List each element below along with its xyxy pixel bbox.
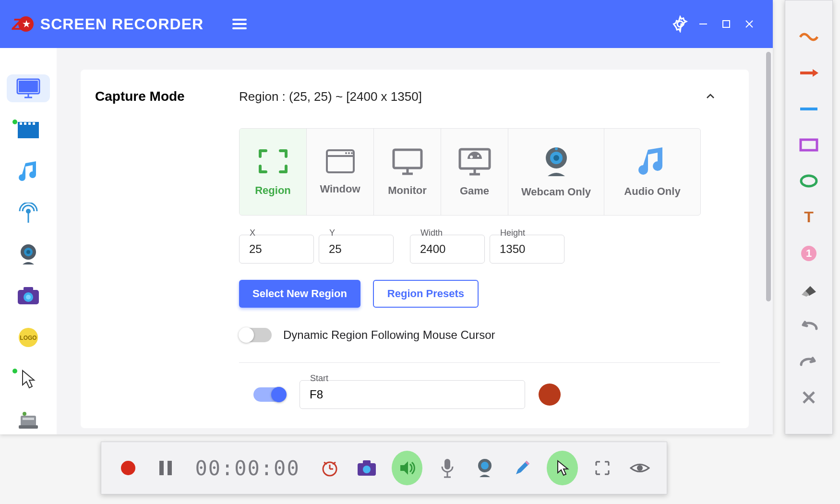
hotkey-toggle[interactable] xyxy=(253,387,286,402)
tool-undo[interactable] xyxy=(797,317,821,334)
hotkey-label: Start xyxy=(310,373,328,384)
audio-active-button[interactable] xyxy=(392,451,422,485)
app-title: SCREEN RECORDER xyxy=(40,15,204,33)
monitor-icon xyxy=(391,147,424,176)
record-button[interactable] xyxy=(116,454,141,482)
region-presets-button[interactable]: Region Presets xyxy=(373,280,479,308)
sidebar-item-audio[interactable] xyxy=(7,157,50,185)
main-window: Z★ SCREEN RECORDER xyxy=(0,0,773,434)
mode-audio-only[interactable]: Audio Only xyxy=(604,129,700,215)
mode-region[interactable]: Region xyxy=(240,129,307,215)
mode-label: Audio Only xyxy=(624,185,680,198)
sidebar-item-webcam[interactable] xyxy=(7,240,50,268)
schedule-button[interactable] xyxy=(317,454,342,482)
tool-redo[interactable] xyxy=(797,353,821,370)
capture-summary: Region : (25, 25) ~ [2400 x 1350] xyxy=(239,89,701,104)
sidebar-item-device[interactable] xyxy=(7,407,50,434)
svg-rect-28 xyxy=(19,425,38,429)
width-label: Width xyxy=(420,228,443,238)
width-input[interactable] xyxy=(410,235,485,264)
sidebar-item-cursor[interactable] xyxy=(7,365,50,393)
menu-button[interactable] xyxy=(232,16,247,32)
drawing-toolbar: T 1 xyxy=(785,0,833,434)
svg-text:1: 1 xyxy=(806,247,812,259)
tool-arrow[interactable] xyxy=(797,64,821,81)
preview-button[interactable] xyxy=(627,454,652,482)
recording-toolbar: 00:00:00 xyxy=(101,442,667,494)
tool-text[interactable]: T xyxy=(797,208,821,225)
sidebar-item-stream[interactable] xyxy=(7,199,50,227)
draw-button[interactable] xyxy=(510,454,535,482)
cursor-icon xyxy=(555,459,570,477)
height-input[interactable] xyxy=(490,235,564,264)
mode-label: Monitor xyxy=(388,184,427,197)
eraser-icon xyxy=(800,282,818,297)
webcam-icon xyxy=(475,458,494,478)
line-icon xyxy=(799,107,818,111)
svg-point-57 xyxy=(363,466,371,473)
record-hotkey-button[interactable] xyxy=(539,384,561,406)
tool-freehand[interactable] xyxy=(797,28,821,45)
tool-line[interactable] xyxy=(797,100,821,117)
speaker-icon xyxy=(397,458,417,478)
mode-monitor[interactable]: Monitor xyxy=(374,129,441,215)
svg-point-29 xyxy=(23,412,26,416)
svg-rect-12 xyxy=(24,122,26,125)
mode-label: Region xyxy=(255,184,291,197)
svg-point-23 xyxy=(26,295,31,300)
svg-rect-26 xyxy=(21,416,36,426)
sidebar-item-screen[interactable] xyxy=(7,74,50,102)
svg-rect-11 xyxy=(20,122,22,125)
screenshot-button[interactable] xyxy=(354,454,379,482)
mic-button[interactable] xyxy=(435,454,460,482)
collapse-toggle[interactable] xyxy=(701,91,720,102)
mode-webcam-only[interactable]: Webcam Only xyxy=(508,129,604,215)
maximize-button[interactable] xyxy=(715,12,738,36)
tool-close[interactable] xyxy=(797,389,821,406)
tool-ellipse[interactable] xyxy=(797,172,821,189)
svg-rect-49 xyxy=(168,461,172,475)
svg-point-45 xyxy=(553,155,559,161)
timer-display: 00:00:00 xyxy=(190,456,304,480)
fullscreen-icon xyxy=(594,460,611,476)
mode-label: Webcam Only xyxy=(521,186,591,198)
dynamic-region-toggle[interactable] xyxy=(239,328,272,342)
minimize-button[interactable] xyxy=(692,12,715,36)
cursor-icon xyxy=(20,369,37,389)
logo: Z★ xyxy=(12,15,34,34)
svg-point-62 xyxy=(481,462,489,469)
settings-gear-icon[interactable] xyxy=(669,12,692,36)
webcam-button[interactable] xyxy=(472,454,497,482)
mode-selector: Region Window Monitor Game xyxy=(239,128,701,216)
y-input[interactable] xyxy=(319,235,394,264)
alarm-clock-icon xyxy=(320,458,339,478)
dynamic-region-label: Dynamic Region Following Mouse Cursor xyxy=(283,328,495,342)
mode-label: Game xyxy=(460,185,489,197)
sidebar-item-screenshot[interactable] xyxy=(7,282,50,310)
pause-button[interactable] xyxy=(153,454,178,482)
webcam-icon xyxy=(18,243,39,265)
sidebar-item-video[interactable] xyxy=(7,116,50,144)
hotkey-input[interactable] xyxy=(300,380,525,409)
cursor-active-button[interactable] xyxy=(547,451,577,485)
svg-point-41 xyxy=(470,156,473,158)
wave-icon xyxy=(799,31,818,43)
mode-game[interactable]: Game xyxy=(441,129,508,215)
sidebar-item-logo[interactable]: LOGO xyxy=(7,324,50,351)
content-area: Capture Mode Region : (25, 25) ~ [2400 x… xyxy=(57,48,773,434)
tool-rectangle[interactable] xyxy=(797,136,821,153)
number-badge-icon: 1 xyxy=(800,245,817,262)
svg-rect-6 xyxy=(19,81,38,92)
x-input[interactable] xyxy=(239,235,314,264)
scrollbar[interactable] xyxy=(766,52,771,301)
close-button[interactable] xyxy=(738,12,761,36)
rectangle-icon xyxy=(799,138,818,152)
fullscreen-button[interactable] xyxy=(590,454,615,482)
mode-label: Window xyxy=(320,183,360,195)
tool-eraser[interactable] xyxy=(797,281,821,298)
select-region-button[interactable]: Select New Region xyxy=(239,280,360,308)
capture-card: Capture Mode Region : (25, 25) ~ [2400 x… xyxy=(81,70,749,428)
tool-number[interactable]: 1 xyxy=(797,245,821,262)
svg-point-47 xyxy=(121,461,135,475)
mode-window[interactable]: Window xyxy=(307,129,374,215)
